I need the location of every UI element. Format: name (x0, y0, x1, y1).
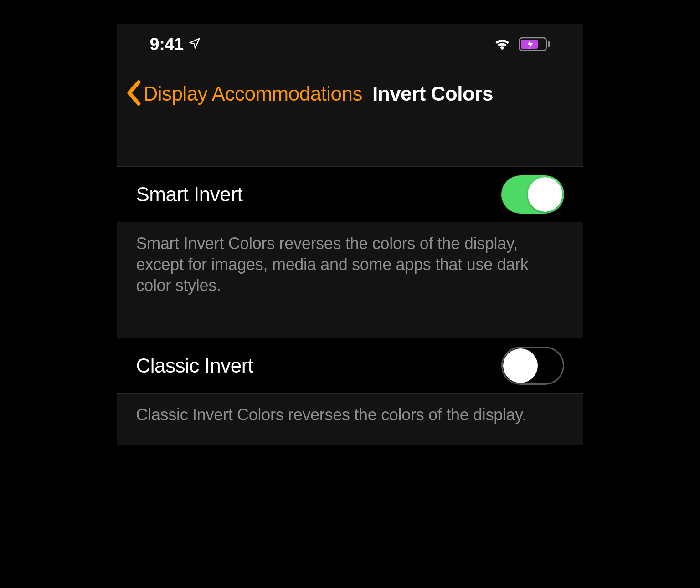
status-bar-right (493, 36, 551, 52)
classic-invert-label: Classic Invert (136, 354, 253, 377)
smart-invert-description: Smart Invert Colors reverses the colors … (117, 222, 583, 315)
smart-invert-row: Smart Invert (117, 167, 583, 222)
back-button[interactable]: Display Accommodations (126, 80, 363, 108)
status-bar-left: 9:41 (150, 35, 201, 54)
status-bar: 9:41 (117, 24, 583, 65)
battery-icon (519, 37, 551, 51)
smart-invert-toggle[interactable] (501, 175, 564, 214)
section-gap (117, 315, 583, 338)
section-spacer (117, 123, 583, 167)
chevron-left-icon (126, 80, 142, 108)
navigation-bar: Display Accommodations Invert Colors (117, 65, 583, 123)
classic-invert-toggle[interactable] (501, 347, 564, 385)
page-title: Invert Colors (372, 82, 493, 105)
smart-invert-label: Smart Invert (136, 183, 243, 206)
toggle-knob (503, 348, 538, 383)
back-button-label: Display Accommodations (144, 82, 363, 105)
location-icon (188, 37, 201, 51)
wifi-icon (493, 36, 511, 52)
toggle-knob (528, 177, 562, 212)
classic-invert-description: Classic Invert Colors reverses the color… (117, 394, 583, 445)
settings-content: Smart Invert Smart Invert Colors reverse… (117, 123, 583, 445)
settings-screen: 9:41 (117, 24, 583, 445)
classic-invert-row: Classic Invert (117, 338, 583, 394)
svg-rect-2 (548, 41, 550, 47)
status-time: 9:41 (150, 35, 184, 54)
